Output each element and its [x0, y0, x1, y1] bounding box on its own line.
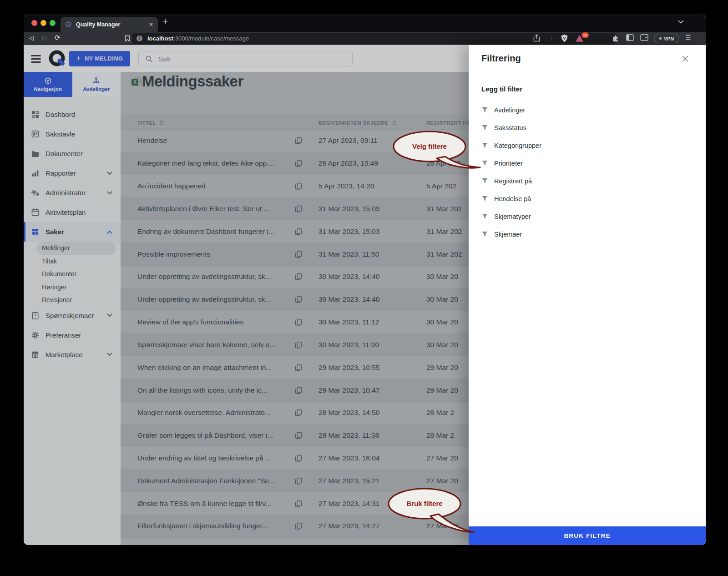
funnel-icon [481, 213, 488, 220]
extensions-puzzle-icon[interactable] [612, 34, 619, 42]
back-button[interactable]: ◁ [29, 35, 34, 41]
apply-filters-button[interactable]: BRUK FILTRE [469, 526, 706, 545]
extension-badge: 12 [581, 32, 589, 38]
sidebar-toggle-icon[interactable] [626, 34, 634, 41]
new-tab-button[interactable]: + [162, 16, 168, 27]
toolbar-separator: | [551, 34, 552, 41]
browser-tab[interactable]: Quality Manager ✕ [61, 17, 158, 32]
bookmark-icon[interactable] [125, 35, 130, 42]
filter-item[interactable]: Registrert på [469, 172, 706, 190]
filter-item[interactable]: Kategorigrupper [469, 136, 706, 154]
filter-item[interactable]: Skjemaer [469, 225, 706, 243]
url-bar[interactable]: i localhost:3000/module/case/message [132, 33, 616, 44]
select-filters-callout: Velg filtere [389, 128, 486, 172]
filter-item[interactable]: Avdelinger [469, 101, 706, 119]
browser-toolbar: ◁ ▷ ⟳ i localhost:3000/module/case/messa… [24, 32, 706, 45]
drawer-header: Filtrering [469, 45, 706, 72]
add-filter-label: Legg til filter [481, 85, 706, 93]
forward-button[interactable]: ▷ [42, 35, 47, 41]
tab-close-icon[interactable]: ✕ [149, 21, 153, 28]
brave-shield-icon[interactable] [561, 34, 568, 43]
share-icon[interactable] [533, 34, 540, 42]
filter-list: Avdelinger Saksstatus Kategorigrupper Pr… [469, 101, 706, 243]
tab-list-chevron-icon[interactable] [678, 20, 684, 24]
close-icon[interactable] [681, 55, 689, 63]
vpn-status-dot [659, 37, 662, 40]
browser-tab-strip: Quality Manager ✕ + [24, 14, 706, 32]
tab-title: Quality Manager [76, 21, 145, 28]
filter-drawer: Filtrering Legg til filter Avdelinger Sa… [469, 45, 706, 545]
reload-button[interactable]: ⟳ [55, 34, 61, 42]
funnel-icon [481, 177, 488, 184]
url-text: localhost:3000/module/case/message [147, 35, 249, 42]
browser-window: Quality Manager ✕ + ◁ ▷ ⟳ i localhost:30… [24, 14, 706, 545]
funnel-icon [481, 195, 488, 202]
filter-item[interactable]: Skjematyper [469, 207, 706, 225]
quality-manager-favicon [65, 21, 72, 28]
site-info-icon[interactable]: i [136, 35, 142, 41]
zoom-window-button[interactable] [50, 20, 56, 26]
funnel-icon [481, 231, 488, 237]
apply-filters-callout: Bruk filtere [385, 485, 481, 538]
filter-item[interactable]: Prioriteter [469, 154, 706, 172]
svg-text:Velg filtere: Velg filtere [412, 142, 447, 150]
filter-item[interactable]: Hendelse på [469, 190, 706, 207]
funnel-icon [481, 106, 488, 113]
vpn-button[interactable]: VPN [654, 34, 679, 43]
filter-item[interactable]: Saksstatus [469, 119, 706, 136]
backdrop-overlay [24, 72, 121, 545]
minimize-window-button[interactable] [40, 20, 46, 26]
drawer-title: Filtrering [481, 53, 521, 64]
svg-text:Bruk filtere: Bruk filtere [406, 500, 442, 507]
browser-menu-icon[interactable]: ☰ [685, 34, 692, 41]
wallet-icon[interactable] [640, 34, 648, 41]
close-window-button[interactable] [31, 20, 37, 26]
